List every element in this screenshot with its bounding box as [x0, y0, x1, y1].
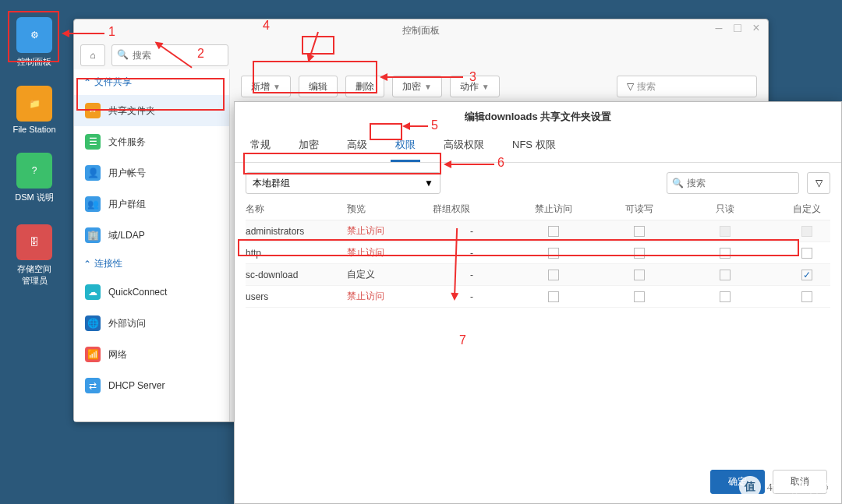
domain-icon: 🏢 — [85, 227, 101, 243]
sidebar-item-quickconnect[interactable]: ☁QuickConnect — [74, 277, 229, 308]
checkbox[interactable] — [634, 270, 645, 280]
folder-icon: 📁 — [16, 86, 52, 122]
user-icon: 👤 — [85, 165, 101, 181]
sidebar-item-dhcp[interactable]: ⇄DHCP Server — [74, 370, 229, 401]
control-panel-icon: ⚙ — [16, 17, 52, 53]
filter-search[interactable]: ▽搜索 — [617, 76, 757, 97]
minimize-icon[interactable]: – — [712, 22, 726, 36]
chevron-up-icon: ⌃ — [83, 259, 91, 270]
file-services-icon: ☰ — [85, 134, 101, 150]
chevron-up-icon: ⌃ — [83, 77, 91, 88]
action-button[interactable]: 动作▼ — [450, 76, 500, 97]
checkbox — [801, 226, 812, 237]
home-button[interactable]: ⌂ — [80, 44, 105, 66]
help-icon: ? — [16, 153, 52, 189]
funnel-icon: ▽ — [627, 81, 634, 92]
checkbox[interactable] — [720, 270, 731, 280]
tab-permissions[interactable]: 权限 — [391, 132, 420, 162]
edit-button[interactable]: 编辑 — [299, 76, 338, 97]
tab-encryption[interactable]: 加密 — [294, 132, 324, 162]
sidebar: ⌃文件共享 ↔共享文件夹 ☰文件服务 👤用户帐号 👥用户群组 🏢域/LDAP ⌃… — [74, 69, 230, 421]
sidebar-item-user[interactable]: 👤用户帐号 — [74, 157, 229, 189]
sidebar-section-file-sharing[interactable]: ⌃文件共享 — [74, 69, 229, 95]
shared-folder-icon: ↔ — [85, 103, 101, 118]
caret-down-icon: ▼ — [482, 83, 490, 91]
quickconnect-icon: ☁ — [85, 284, 101, 300]
home-icon: ⌂ — [90, 50, 95, 61]
window-title: 控制面板 — [74, 19, 768, 41]
maximize-icon[interactable]: □ — [731, 22, 745, 36]
checkbox[interactable] — [634, 291, 645, 302]
search-input-main[interactable]: 🔍 — [111, 44, 228, 66]
database-icon: 🗄 — [16, 224, 52, 260]
add-button[interactable]: 新增▼ — [241, 76, 291, 97]
table-row[interactable]: administrators 禁止访问 - — [246, 220, 830, 242]
checkbox[interactable] — [720, 248, 731, 259]
globe-icon: 🌐 — [85, 315, 101, 331]
checkbox[interactable] — [801, 248, 812, 259]
caret-down-icon: ▼ — [424, 83, 432, 91]
tab-nfs-perm[interactable]: NFS 权限 — [508, 132, 561, 162]
dialog-title: 编辑downloads 共享文件夹设置 — [235, 102, 841, 132]
tab-advanced-perm[interactable]: 高级权限 — [439, 132, 489, 162]
desktop-icon-dsm-help[interactable]: ? DSM 说明 — [11, 153, 58, 203]
table-row[interactable]: users 禁止访问 - — [246, 286, 830, 308]
sidebar-item-group[interactable]: 👥用户群组 — [74, 189, 229, 220]
checkbox[interactable] — [548, 270, 559, 280]
sidebar-item-domain[interactable]: 🏢域/LDAP — [74, 220, 229, 251]
tab-advanced[interactable]: 高级 — [342, 132, 372, 162]
sidebar-item-external-access[interactable]: 🌐外部访问 — [74, 308, 229, 339]
close-icon[interactable]: × — [749, 22, 763, 36]
table-header: 名称 预览 群组权限 禁止访问 可读写 只读 自定义 — [246, 199, 830, 220]
checkbox[interactable] — [801, 291, 812, 302]
desktop-icon-storage-manager[interactable]: 🗄 存储空间 管理员 — [11, 224, 58, 287]
dialog-tabbar: 常规 加密 高级 权限 高级权限 NFS 权限 — [235, 132, 841, 163]
checkbox[interactable] — [548, 248, 559, 259]
checkbox[interactable]: ✓ — [801, 270, 812, 280]
delete-button[interactable]: 删除 — [345, 76, 384, 97]
permission-table: 名称 预览 群组权限 禁止访问 可读写 只读 自定义 administrator… — [235, 199, 841, 308]
desktop-icon-control-panel[interactable]: ⚙ 控制面板 — [11, 17, 58, 68]
watermark-icon: 值 — [739, 476, 761, 498]
tab-general[interactable]: 常规 — [246, 132, 275, 162]
caret-down-icon: ▼ — [424, 178, 433, 189]
permission-search[interactable]: 🔍 — [667, 172, 799, 194]
group-icon: 👥 — [85, 196, 101, 212]
sidebar-item-shared-folder[interactable]: ↔共享文件夹 — [74, 95, 229, 126]
funnel-icon: ▽ — [815, 178, 823, 189]
watermark: 值 什么值得买 — [739, 476, 836, 498]
checkbox[interactable] — [548, 291, 559, 302]
sidebar-item-file-services[interactable]: ☰文件服务 — [74, 126, 229, 157]
filter-button[interactable]: ▽ — [807, 172, 830, 194]
table-row[interactable]: sc-download 自定义 - ✓ — [246, 264, 830, 286]
encrypt-button[interactable]: 加密▼ — [392, 76, 442, 97]
checkbox[interactable] — [548, 226, 559, 237]
network-icon: 📶 — [85, 347, 101, 362]
dhcp-icon: ⇄ — [85, 378, 101, 393]
checkbox[interactable] — [634, 248, 645, 259]
group-type-select[interactable]: 本地群组 ▼ — [246, 172, 440, 194]
sidebar-section-connectivity[interactable]: ⌃连接性 — [74, 251, 229, 277]
sidebar-item-network[interactable]: 📶网络 — [74, 339, 229, 370]
search-icon: 🔍 — [117, 49, 129, 60]
search-icon: 🔍 — [672, 178, 684, 189]
checkbox[interactable] — [634, 226, 645, 237]
checkbox[interactable] — [720, 291, 731, 302]
edit-folder-dialog: 编辑downloads 共享文件夹设置 常规 加密 高级 权限 高级权限 NFS… — [234, 101, 842, 504]
desktop-icon-file-station[interactable]: 📁 File Station — [11, 86, 58, 134]
checkbox — [720, 226, 731, 237]
caret-down-icon: ▼ — [273, 83, 281, 91]
table-row[interactable]: http 禁止访问 - — [246, 242, 830, 264]
